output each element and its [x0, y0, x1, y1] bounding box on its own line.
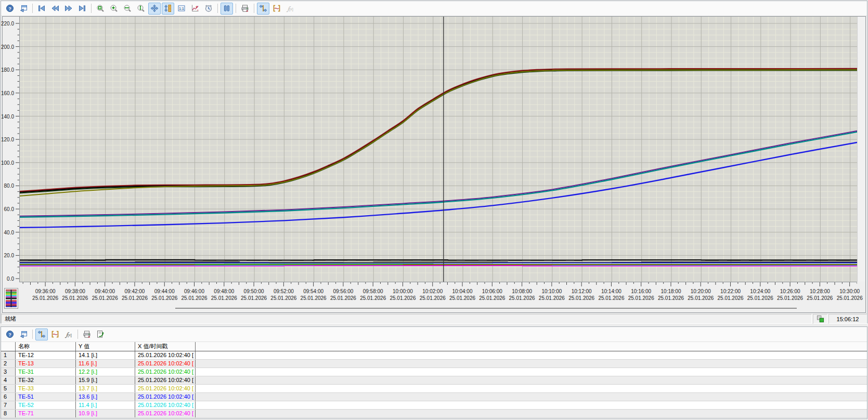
connect-dots-button[interactable]: [257, 3, 269, 15]
cell-row-number: 7: [1, 401, 16, 409]
properties-button[interactable]: [17, 329, 30, 340]
cell-x-timestamp: 25.01.2026 10:02:40 [: [135, 393, 196, 401]
select-trends-button[interactable]: +-: [189, 3, 201, 15]
ruler-toolbar: ?∫[x]: [1, 327, 867, 342]
table-row-TE-12[interactable]: 1TE-1214.1 [i.]25.01.2026 10:02:40 [: [1, 351, 867, 360]
statistics-icon: ∫[x]: [64, 330, 73, 338]
properties-icon: [19, 4, 28, 12]
y-tick-label: 120.0: [1, 137, 14, 142]
svg-text:[x]: [x]: [68, 333, 72, 337]
cell-row-number: 2: [1, 360, 16, 368]
zoom-time-button[interactable]: [121, 3, 134, 15]
export-button[interactable]: [94, 329, 107, 340]
cell-row-number: 3: [1, 368, 16, 376]
zoom-value-icon: [137, 4, 145, 12]
cell-y-value: 13.7 [i.]: [76, 385, 135, 392]
x-axis-ticks: [19, 282, 857, 287]
print-icon: [83, 330, 91, 338]
zoom-area-button[interactable]: [94, 3, 107, 15]
cell-row-number: 4: [1, 376, 16, 384]
y-tick-label: 200.0: [1, 44, 14, 49]
trend-curve-TE-32: [20, 260, 857, 260]
previous-record-icon: [51, 4, 59, 12]
cell-trend-name: TE-52: [16, 401, 76, 409]
toolbar-separator: [32, 4, 33, 13]
trend-toolbar: ?1:1+-∫[x]: [1, 1, 867, 16]
y-tick-label: 40.0: [4, 229, 14, 235]
scrollbar-thumb[interactable]: [175, 308, 797, 309]
table-row-TE-31[interactable]: 3TE-3112.2 [i.]25.01.2026 10:02:40 [: [1, 368, 867, 376]
original-view-button[interactable]: 1:1: [175, 3, 188, 15]
first-record-button[interactable]: [35, 3, 48, 15]
toolbar-separator: [32, 330, 33, 339]
cell-trend-name: TE-31: [16, 368, 76, 376]
move-axes-icon: [164, 4, 172, 12]
previous-record-button[interactable]: [49, 3, 61, 15]
help-button[interactable]: ?: [4, 329, 16, 340]
svg-text:1:1: 1:1: [179, 7, 184, 10]
y-tick-label: 220.0: [1, 21, 14, 27]
horizontal-scrollbar[interactable]: [19, 304, 865, 312]
y-tick-label: 60.0: [4, 206, 14, 212]
plot-area[interactable]: [19, 17, 857, 282]
toolbar-separator: [217, 4, 218, 13]
toolbar-separator: [254, 4, 254, 13]
pause-button[interactable]: [221, 3, 233, 15]
help-icon: ?: [6, 4, 14, 12]
trend-curve-ramp-olive: [20, 70, 857, 196]
time-range-button[interactable]: [202, 3, 215, 15]
zoom-value-button[interactable]: [135, 3, 147, 15]
table-row-TE-32[interactable]: 4TE-3215.9 [i.]25.01.2026 10:02:40 [: [1, 376, 867, 385]
help-button[interactable]: ?: [4, 3, 16, 15]
ruler-button[interactable]: [270, 3, 283, 15]
table-row-TE-13[interactable]: 2TE-1311.6 [i.]25.01.2026 10:02:40 [: [1, 360, 867, 368]
cell-row-number: 5: [1, 385, 16, 392]
connection-status-cell: [813, 314, 827, 324]
connect-dots-button[interactable]: [35, 329, 48, 340]
pause-icon: [223, 4, 231, 12]
ruler-window-panel: ?∫[x] 名称 Y 值 X 值/时间戳 1TE-1214.1 [i.]25.0…: [1, 326, 867, 419]
cell-row-number: 6: [1, 393, 16, 401]
status-bar: 就绪 15:06:12: [1, 313, 867, 324]
ruler-button[interactable]: [49, 329, 61, 340]
table-row-TE-33[interactable]: 5TE-3313.7 [i.]25.01.2026 10:02:40 [: [1, 385, 867, 393]
print-button[interactable]: [239, 3, 251, 15]
zoom-time-icon: [123, 4, 132, 12]
zoom-area-icon: [96, 4, 105, 12]
status-message: 就绪: [1, 314, 812, 324]
cell-x-timestamp: 25.01.2026 10:02:40 [: [135, 368, 196, 376]
properties-button[interactable]: [17, 3, 30, 15]
cell-y-value: 15.9 [i.]: [76, 376, 135, 384]
svg-text:[x]: [x]: [289, 7, 293, 11]
original-view-icon: 1:1: [177, 4, 186, 12]
table-row-TE-52[interactable]: 7TE-5211.4 [i.]25.01.2026 10:02:40 [: [1, 401, 867, 410]
toolbar-separator: [236, 4, 236, 13]
toolbar-separator: [91, 4, 92, 13]
trend-curve-ramp-black: [20, 70, 857, 192]
table-row-TE-51[interactable]: 6TE-5113.6 [i.]25.01.2026 10:02:40 [: [1, 393, 867, 401]
table-row-TE-71[interactable]: 8TE-7110.9 [i.]25.01.2026 10:02:40 [: [1, 410, 867, 418]
time-range-icon: [204, 4, 213, 12]
statistics-button[interactable]: ∫[x]: [62, 329, 75, 340]
svg-text:?: ?: [8, 6, 11, 11]
ruler-window-button[interactable]: [4, 288, 18, 309]
next-record-button[interactable]: [62, 3, 75, 15]
cell-y-value: 13.6 [i.]: [76, 393, 135, 401]
move-axes-button[interactable]: [162, 3, 174, 15]
connect-dots-icon: [37, 330, 46, 338]
svg-text:-: -: [197, 7, 199, 12]
zoom-in-icon: [110, 4, 118, 12]
vertical-scroll-strip[interactable]: [857, 17, 865, 282]
y-tick-label: 80.0: [4, 183, 14, 189]
cell-x-timestamp: 25.01.2026 10:02:40 [: [135, 376, 196, 384]
connect-dots-icon: [259, 4, 267, 12]
print-button[interactable]: [81, 329, 93, 340]
zoom-in-button[interactable]: [108, 3, 120, 15]
header-x-value: X 值/时间戳: [135, 342, 196, 351]
cell-trend-name: TE-32: [16, 376, 76, 384]
last-record-button[interactable]: [76, 3, 88, 15]
header-name: 名称: [16, 342, 76, 351]
table-body: 1TE-1214.1 [i.]25.01.2026 10:02:40 [2TE-…: [1, 351, 867, 418]
move-trend-button[interactable]: [148, 3, 161, 15]
first-record-icon: [37, 4, 46, 12]
